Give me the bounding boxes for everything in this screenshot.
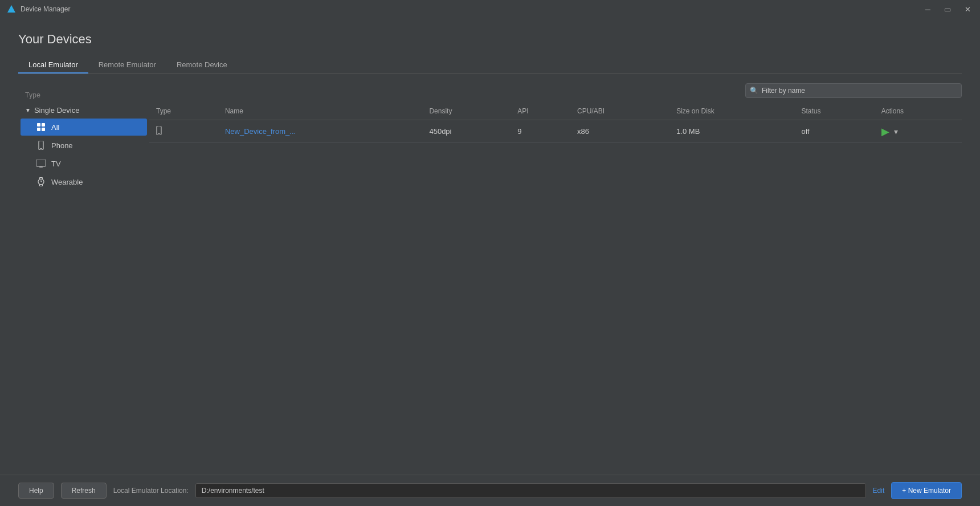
svg-rect-3 xyxy=(36,160,46,166)
col-api: API xyxy=(511,103,570,120)
minimize-button[interactable]: ─ xyxy=(923,4,933,15)
sidebar-item-wearable-label: Wearable xyxy=(51,178,83,186)
sidebar-item-phone-label: Phone xyxy=(51,141,73,150)
app-title: Device Manager xyxy=(21,5,70,13)
main-panel: 🔍 Type Name Density API CPU/ABI Size on … xyxy=(149,83,962,475)
close-button[interactable]: ✕ xyxy=(962,4,973,15)
dropdown-button[interactable]: ▾ xyxy=(892,128,900,136)
col-actions: Actions xyxy=(875,103,962,120)
filter-input-wrap: 🔍 xyxy=(745,83,962,98)
title-bar: Device Manager ─ ▭ ✕ xyxy=(0,0,980,18)
sidebar-item-tv-label: TV xyxy=(51,160,61,168)
play-button[interactable]: ▶ xyxy=(881,126,889,137)
svg-rect-2 xyxy=(40,148,42,149)
col-size: Size on Disk xyxy=(669,103,794,120)
sidebar-category-single-device[interactable]: ▼ Single Device xyxy=(18,103,149,118)
phone-icon xyxy=(36,141,46,150)
cell-actions: ▶ ▾ xyxy=(875,120,962,143)
new-emulator-button[interactable]: + New Emulator xyxy=(891,482,962,499)
tab-remote-emulator[interactable]: Remote Emulator xyxy=(88,57,166,74)
tab-local-emulator[interactable]: Local Emulator xyxy=(18,57,88,74)
edit-link[interactable]: Edit xyxy=(873,487,885,495)
location-path-input[interactable] xyxy=(195,483,866,498)
row-phone-icon xyxy=(156,126,162,135)
watch-icon xyxy=(36,177,46,186)
col-type: Type xyxy=(149,103,218,120)
device-table: Type Name Density API CPU/ABI Size on Di… xyxy=(149,103,962,143)
table-topbar: 🔍 xyxy=(149,83,962,98)
svg-rect-4 xyxy=(39,167,43,168)
tv-icon xyxy=(36,159,46,168)
col-density: Density xyxy=(422,103,511,120)
sidebar-item-all[interactable]: All xyxy=(21,119,147,136)
svg-rect-7 xyxy=(40,185,43,186)
sidebar: Type ▼ Single Device All xyxy=(18,83,149,475)
sidebar-item-tv[interactable]: TV xyxy=(21,155,147,172)
content-area: Type ▼ Single Device All xyxy=(18,83,962,475)
filter-input[interactable] xyxy=(745,83,962,98)
cell-api: 9 xyxy=(511,120,570,143)
table-header-row: Type Name Density API CPU/ABI Size on Di… xyxy=(149,103,962,120)
sidebar-item-all-label: All xyxy=(51,123,59,132)
cell-density: 450dpi xyxy=(422,120,511,143)
grid-icon xyxy=(36,123,46,132)
table-row: New_Device_from_... 450dpi 9 x86 1.0 MB … xyxy=(149,120,962,143)
col-status: Status xyxy=(794,103,874,120)
cell-type xyxy=(149,120,218,143)
location-label: Local Emulator Location: xyxy=(113,487,189,495)
refresh-button[interactable]: Refresh xyxy=(61,483,107,499)
sidebar-category-label: Single Device xyxy=(34,106,80,115)
svg-rect-11 xyxy=(158,133,160,134)
device-name-link[interactable]: New_Device_from_... xyxy=(225,127,296,136)
page-title: Your Devices xyxy=(18,32,962,47)
help-button[interactable]: Help xyxy=(18,483,54,499)
cell-size: 1.0 MB xyxy=(669,120,794,143)
main-content: Your Devices Local Emulator Remote Emula… xyxy=(0,18,980,475)
svg-marker-0 xyxy=(7,5,15,13)
sidebar-type-header: Type xyxy=(18,88,149,103)
cell-name: New_Device_from_... xyxy=(218,120,423,143)
cell-status: off xyxy=(794,120,874,143)
chevron-down-icon: ▼ xyxy=(25,107,31,113)
app-logo xyxy=(7,5,16,14)
tabs-bar: Local Emulator Remote Emulator Remote De… xyxy=(18,57,962,74)
title-bar-controls: ─ ▭ ✕ xyxy=(923,4,973,15)
footer: Help Refresh Local Emulator Location: Ed… xyxy=(0,475,980,506)
col-cpu: CPU/ABI xyxy=(570,103,669,120)
svg-rect-6 xyxy=(40,178,43,179)
col-name: Name xyxy=(218,103,423,120)
cell-cpu: x86 xyxy=(570,120,669,143)
restore-button[interactable]: ▭ xyxy=(942,4,953,15)
actions-cell: ▶ ▾ xyxy=(881,126,955,137)
sidebar-item-phone[interactable]: Phone xyxy=(21,137,147,154)
title-bar-left: Device Manager xyxy=(7,5,70,14)
tab-remote-device[interactable]: Remote Device xyxy=(166,57,238,74)
sidebar-item-wearable[interactable]: Wearable xyxy=(21,173,147,190)
